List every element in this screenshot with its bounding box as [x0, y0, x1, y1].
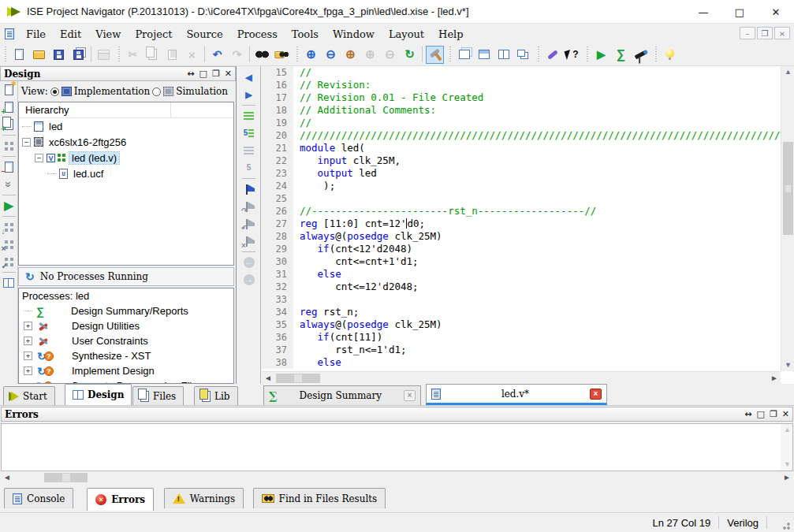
implementation-radio[interactable]: [50, 87, 59, 96]
code-line[interactable]: 24 );: [262, 180, 781, 192]
copy-icon[interactable]: [144, 46, 162, 64]
scroll-left-arrow[interactable]: ◄: [262, 372, 274, 385]
code-line[interactable]: 37 rst_n<=1'd1;: [262, 344, 781, 356]
tree-item-led-led-v-[interactable]: −Vled (led.v): [19, 150, 233, 166]
code-line[interactable]: 27reg [11:0] cnt=12'd0;: [262, 218, 781, 230]
menu-window[interactable]: Window: [326, 27, 382, 42]
menu-edit[interactable]: Edit: [53, 27, 88, 42]
process-item-user-constraints[interactable]: +User Constraints: [19, 333, 233, 348]
tab-console[interactable]: Console: [4, 488, 73, 508]
mdi-minimize-button[interactable]: –: [740, 27, 755, 39]
process-item-implement-design[interactable]: +↻?Implement Design: [19, 363, 233, 378]
design-goals-icon[interactable]: [1, 274, 17, 292]
minimize-button[interactable]: —: [685, 0, 721, 24]
new-file-icon[interactable]: [10, 46, 28, 64]
errors-vertical-scrollbar[interactable]: ▲ ▼: [781, 424, 792, 471]
expand-toggle-icon[interactable]: +: [24, 322, 32, 330]
next-window-icon[interactable]: ▶: [240, 86, 257, 103]
dock-icon[interactable]: ↔: [744, 409, 751, 419]
code-line[interactable]: 22 input clk_25M,: [262, 154, 781, 167]
expand-toggle-icon[interactable]: −: [35, 154, 43, 162]
editor-horizontal-scrollbar[interactable]: ◄ ►: [262, 371, 781, 384]
paste-icon[interactable]: [163, 46, 181, 64]
toggle-bookmark-icon[interactable]: [240, 180, 257, 198]
code-line[interactable]: 19//: [262, 117, 781, 129]
run-icon[interactable]: ▶: [592, 46, 610, 64]
delete-icon[interactable]: ×: [183, 46, 201, 64]
code-line[interactable]: 28always@(posedge clk_25M): [262, 230, 781, 243]
menu-layout[interactable]: Layout: [382, 27, 431, 42]
tree-item-xc6slx16-2ftg256[interactable]: −xc6slx16-2ftg256: [19, 134, 233, 150]
bulb-icon[interactable]: [661, 46, 679, 64]
editor-tab-design-summary[interactable]: ∑Design Summary×: [263, 385, 421, 405]
editor-tab-led-v-[interactable]: led.v*×: [426, 384, 607, 405]
toggle-grid-icon[interactable]: [1, 137, 17, 154]
tree-item-led[interactable]: led: [19, 118, 233, 134]
find-icon[interactable]: [253, 46, 271, 64]
hammer-icon[interactable]: [426, 46, 444, 64]
add-copy-of-source-icon[interactable]: +: [1, 116, 17, 133]
code-line[interactable]: 38 else: [262, 356, 781, 369]
scroll-up-arrow[interactable]: ▲: [781, 424, 794, 436]
run-process-icon[interactable]: ▶: [1, 197, 17, 214]
nav-back-icon[interactable]: ←: [240, 254, 257, 271]
simulation-radio[interactable]: [152, 87, 161, 96]
horizontal-scroll-thumb[interactable]: [276, 374, 320, 383]
menu-tools[interactable]: Tools: [285, 27, 326, 42]
analyzer-icon[interactable]: [632, 46, 650, 64]
tab-warnings[interactable]: Warnings: [164, 488, 244, 508]
zoom-box-icon[interactable]: ⊕: [361, 46, 379, 64]
code-area[interactable]: 15//16// Revision:17// Revision 0.01 - F…: [262, 66, 781, 371]
maximize-icon[interactable]: □: [757, 409, 765, 419]
expand-toggle-icon[interactable]: +: [24, 352, 32, 360]
menu-view[interactable]: View: [88, 27, 128, 42]
summary-icon[interactable]: ∑: [612, 46, 630, 64]
tile-h-icon[interactable]: [475, 46, 493, 64]
undo-icon[interactable]: ↶: [208, 46, 226, 64]
code-line[interactable]: 34reg rst_n;: [262, 306, 781, 318]
code-editor[interactable]: 15//16// Revision:17// Revision 0.01 - F…: [262, 66, 794, 384]
find-in-files-icon[interactable]: [273, 46, 291, 64]
code-line[interactable]: 20//////////////////////////////////////…: [262, 129, 781, 142]
zoom-out-icon[interactable]: ⊖: [322, 46, 340, 64]
save-icon[interactable]: [50, 46, 68, 64]
process-item-synthesize-xst[interactable]: +↻?Synthesize - XST: [19, 348, 233, 363]
scroll-left-arrow[interactable]: ◄: [1, 471, 13, 484]
indent-marks-on-icon[interactable]: [240, 107, 257, 125]
code-line[interactable]: 25: [262, 192, 781, 205]
redo-icon[interactable]: ↷: [228, 46, 246, 64]
process-item-design-summary-reports[interactable]: ∑Design Summary/Reports: [19, 303, 233, 318]
scroll-down-arrow[interactable]: ▼: [781, 359, 794, 371]
errors-content[interactable]: [1, 423, 793, 471]
expand-toggle-icon[interactable]: +: [24, 337, 32, 345]
errors-horizontal-scrollbar[interactable]: ◄ ►: [1, 471, 793, 483]
zoom-full-icon[interactable]: ⊕: [341, 46, 360, 64]
new-source-icon[interactable]: ∗: [1, 81, 17, 99]
wrench-icon[interactable]: [543, 46, 561, 64]
close-icon[interactable]: ✕: [225, 69, 232, 79]
indent-width-off-icon[interactable]: 5: [240, 159, 257, 177]
mdi-close-button[interactable]: ×: [774, 27, 790, 39]
code-line[interactable]: 17// Revision 0.01 - File Created: [262, 91, 781, 104]
code-line[interactable]: 36 if(cnt[11]): [262, 331, 781, 344]
code-line[interactable]: 30 cnt<=cnt+1'd1;: [262, 255, 781, 268]
code-line[interactable]: 15//: [262, 66, 781, 79]
code-line[interactable]: 31 else: [262, 268, 781, 281]
process-item-generate-programming-file[interactable]: ↻?Generate Programming File: [19, 378, 233, 384]
rerun-process-icon[interactable]: ↓: [1, 218, 17, 236]
maximize-icon[interactable]: □: [199, 69, 207, 79]
editor-vertical-scrollbar[interactable]: ▲ ▼: [781, 66, 794, 371]
code-line[interactable]: 18// Additional Comments:: [262, 104, 781, 117]
code-line[interactable]: 33: [262, 293, 781, 306]
tab-errors[interactable]: ×Errors: [87, 488, 154, 511]
code-line[interactable]: 35always@(posedge clk_25M): [262, 318, 781, 331]
close-icon[interactable]: ✕: [782, 409, 789, 419]
mdi-restore-button[interactable]: ❐: [757, 27, 773, 39]
close-button[interactable]: ✕: [758, 0, 794, 24]
scroll-right-arrow[interactable]: ►: [768, 372, 781, 385]
close-tab-icon[interactable]: ×: [590, 389, 602, 400]
zoom-in-icon[interactable]: ⊕: [302, 46, 320, 64]
prev-window-icon[interactable]: ◀: [240, 69, 257, 86]
scroll-right-arrow[interactable]: ►: [781, 471, 793, 484]
indent-width-icon[interactable]: 5: [240, 125, 257, 142]
